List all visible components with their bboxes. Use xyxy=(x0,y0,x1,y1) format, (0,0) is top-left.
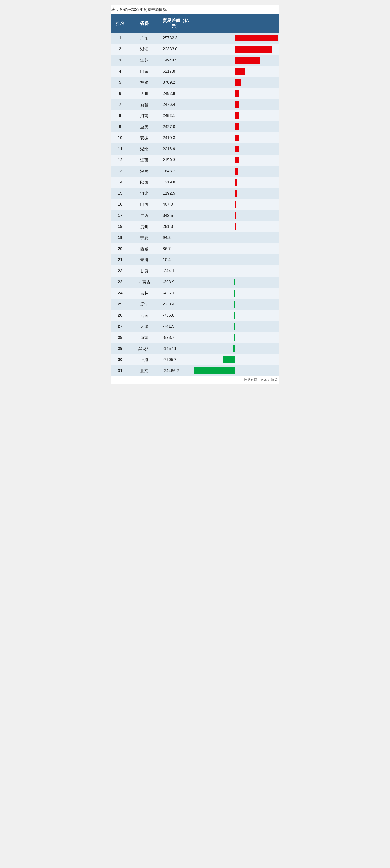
province-cell: 上海 xyxy=(130,354,159,365)
province-cell: 河南 xyxy=(130,110,159,121)
value-cell: 14944.5 xyxy=(159,55,193,66)
rank-cell: 30 xyxy=(111,354,130,365)
table-row: 17广西342.5 xyxy=(111,210,279,221)
table-row: 15河北1192.5 xyxy=(111,188,279,199)
rank-cell: 27 xyxy=(111,321,130,332)
province-cell: 西藏 xyxy=(130,243,159,254)
bar xyxy=(235,46,272,53)
table-row: 22甘肃-244.1 xyxy=(111,266,279,277)
province-cell: 重庆 xyxy=(130,121,159,132)
table-row: 24吉林-425.1 xyxy=(111,288,279,299)
bar-cell xyxy=(193,99,279,110)
province-cell: 内蒙古 xyxy=(130,277,159,288)
bar-cell xyxy=(193,199,279,210)
table-row: 20西藏86.7 xyxy=(111,243,279,254)
rank-cell: 29 xyxy=(111,343,130,354)
rank-cell: 28 xyxy=(111,332,130,343)
province-cell: 安徽 xyxy=(130,132,159,144)
col-chart-header xyxy=(193,14,279,33)
source-label: 数据来源：各地方海关 xyxy=(111,376,279,384)
province-cell: 湖南 xyxy=(130,166,159,177)
value-cell: -828.7 xyxy=(159,332,193,343)
col-rank-header: 排名 xyxy=(111,14,130,33)
bar-cell xyxy=(193,155,279,166)
bar-cell xyxy=(193,188,279,199)
province-cell: 辽宁 xyxy=(130,299,159,310)
province-cell: 四川 xyxy=(130,88,159,99)
bar xyxy=(235,223,235,230)
table-row: 25辽宁-588.4 xyxy=(111,299,279,310)
province-cell: 贵州 xyxy=(130,221,159,232)
value-cell: -7365.7 xyxy=(159,354,193,365)
bar-cell xyxy=(193,365,279,376)
province-cell: 浙江 xyxy=(130,44,159,55)
province-cell: 湖北 xyxy=(130,144,159,155)
province-cell: 黑龙江 xyxy=(130,343,159,354)
rank-cell: 31 xyxy=(111,365,130,376)
table-row: 30上海-7365.7 xyxy=(111,354,279,365)
bar-cell xyxy=(193,266,279,277)
table-row: 26云南-735.8 xyxy=(111,310,279,321)
bar xyxy=(235,157,239,163)
bar-cell xyxy=(193,110,279,121)
bar xyxy=(234,312,235,319)
bar-cell xyxy=(193,44,279,55)
trade-table: 排名 省份 贸易差额（亿元） 1广东25732.32浙江22333.03江苏14… xyxy=(111,14,279,376)
value-cell: 94.2 xyxy=(159,232,193,243)
bar-cell xyxy=(193,55,279,66)
bar xyxy=(234,301,235,308)
col-value-header: 贸易差额（亿元） xyxy=(159,14,193,33)
table-row: 10安徽2410.3 xyxy=(111,132,279,144)
bar xyxy=(235,134,239,141)
table-row: 14陕西1219.8 xyxy=(111,177,279,188)
province-cell: 福建 xyxy=(130,77,159,88)
value-cell: 6217.8 xyxy=(159,66,193,77)
bar xyxy=(233,345,235,352)
table-row: 31北京-24466.2 xyxy=(111,365,279,376)
table-row: 16山西407.0 xyxy=(111,199,279,210)
rank-cell: 18 xyxy=(111,221,130,232)
table-row: 2浙江22333.0 xyxy=(111,44,279,55)
bar xyxy=(223,356,235,363)
value-cell: 22333.0 xyxy=(159,44,193,55)
province-cell: 天津 xyxy=(130,321,159,332)
bar xyxy=(235,68,246,75)
value-cell: 281.3 xyxy=(159,221,193,232)
value-cell: 407.0 xyxy=(159,199,193,210)
rank-cell: 3 xyxy=(111,55,130,66)
bar-cell xyxy=(193,144,279,155)
province-cell: 陕西 xyxy=(130,177,159,188)
value-cell: 2216.9 xyxy=(159,144,193,155)
bar-cell xyxy=(193,77,279,88)
table-row: 21青海10.4 xyxy=(111,254,279,266)
bar-cell xyxy=(193,221,279,232)
table-row: 12江西2159.3 xyxy=(111,155,279,166)
rank-cell: 23 xyxy=(111,277,130,288)
value-cell: -24466.2 xyxy=(159,365,193,376)
rank-cell: 13 xyxy=(111,166,130,177)
province-cell: 江西 xyxy=(130,155,159,166)
rank-cell: 17 xyxy=(111,210,130,221)
rank-cell: 9 xyxy=(111,121,130,132)
bar-cell xyxy=(193,232,279,243)
bar-cell xyxy=(193,177,279,188)
table-row: 7新疆2476.4 xyxy=(111,99,279,110)
province-cell: 新疆 xyxy=(130,99,159,110)
bar-cell xyxy=(193,166,279,177)
bar-cell xyxy=(193,254,279,266)
province-cell: 甘肃 xyxy=(130,266,159,277)
rank-cell: 24 xyxy=(111,288,130,299)
rank-cell: 12 xyxy=(111,155,130,166)
table-row: 4山东6217.8 xyxy=(111,66,279,77)
province-cell: 云南 xyxy=(130,310,159,321)
value-cell: 86.7 xyxy=(159,243,193,254)
rank-cell: 25 xyxy=(111,299,130,310)
value-cell: 2476.4 xyxy=(159,99,193,110)
bar-cell xyxy=(193,88,279,99)
value-cell: -393.9 xyxy=(159,277,193,288)
value-cell: -1457.1 xyxy=(159,343,193,354)
value-cell: 3789.2 xyxy=(159,77,193,88)
header-row: 排名 省份 贸易差额（亿元） xyxy=(111,14,279,33)
province-cell: 山东 xyxy=(130,66,159,77)
bar-cell xyxy=(193,121,279,132)
